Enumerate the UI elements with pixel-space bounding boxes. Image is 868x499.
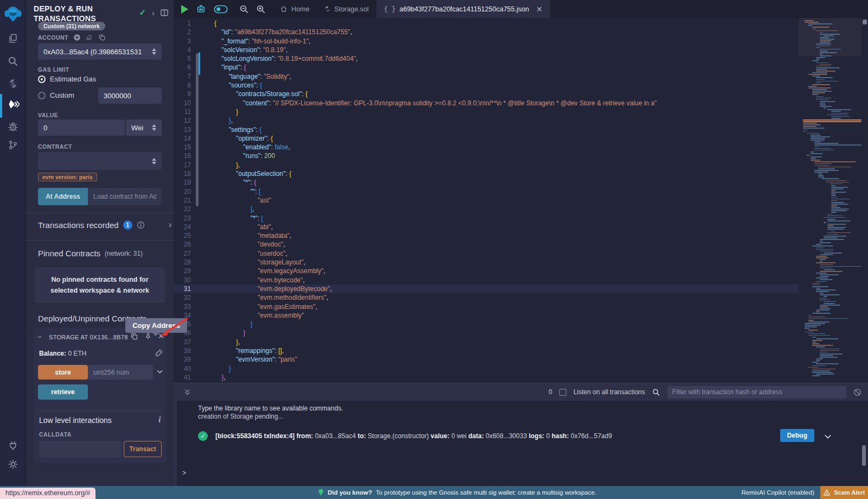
run-script-icon[interactable] xyxy=(181,5,188,14)
terminal-output[interactable]: Type the library name to see available c… xyxy=(174,401,868,487)
code-line[interactable]: 3 "_format": "hh-sol-build-info-1", xyxy=(174,37,799,46)
scam-alert-button[interactable]: Scam Alert xyxy=(820,486,868,499)
code-line[interactable]: 36 } xyxy=(174,329,799,337)
expand-transactions-icon[interactable]: › xyxy=(169,219,172,230)
code-line[interactable]: 7 "language": "Solidity", xyxy=(174,72,799,81)
at-address-button[interactable]: At Address xyxy=(38,188,88,205)
add-account-icon[interactable] xyxy=(73,34,81,41)
remix-logo[interactable] xyxy=(0,3,26,24)
tab-build-info-json[interactable]: { } a69b43f277ba20fcac141151250ca755.jso… xyxy=(376,0,550,18)
store-arg-input[interactable] xyxy=(88,365,153,380)
code-line[interactable]: 16 "runs": 200 xyxy=(174,151,799,160)
copilot-toggle[interactable] xyxy=(214,5,228,14)
code-line[interactable]: 20 "": [ xyxy=(174,187,799,196)
file-explorer-icon[interactable] xyxy=(0,30,26,47)
panel-scrollbar[interactable] xyxy=(196,53,199,206)
code-line[interactable]: 21 "ast" xyxy=(174,196,799,205)
close-tab-icon[interactable]: ✕ xyxy=(536,5,542,14)
code-line[interactable]: 17 }, xyxy=(174,161,799,169)
code-line[interactable]: 27 "userdoc", xyxy=(174,249,799,258)
custom-gas-option[interactable]: Custom xyxy=(38,91,74,99)
value-unit-select[interactable]: Wei xyxy=(126,119,162,136)
code-line[interactable]: 23 "*": [ xyxy=(174,214,799,223)
account-select[interactable]: 0xA03...85ac4 (0.39866531531 xyxy=(38,43,162,60)
code-line[interactable]: 41 }, xyxy=(174,373,799,382)
search-icon[interactable] xyxy=(0,53,26,70)
zoom-in-icon[interactable] xyxy=(256,4,266,14)
clear-console-icon[interactable] xyxy=(853,388,861,396)
code-line[interactable]: 5 "solcLongVersion": "0.8.19+commit.7dd6… xyxy=(174,54,799,63)
edit-balance-icon[interactable] xyxy=(155,349,163,357)
pin-contract-icon[interactable] xyxy=(144,332,152,340)
code-line[interactable]: 14 "optimizer": { xyxy=(174,134,799,143)
transactions-recorded-row[interactable]: Transactions recorded 1 › xyxy=(38,219,171,230)
code-line[interactable]: 32 "evm.methodIdentifiers", xyxy=(174,293,799,302)
transact-button[interactable]: Transact xyxy=(124,441,162,457)
ai-assistant-icon[interactable] xyxy=(195,4,207,15)
code-line[interactable]: 30 "evm.bytecode", xyxy=(174,276,799,285)
debugger-icon[interactable] xyxy=(0,118,26,135)
code-line[interactable]: 6 "input": { xyxy=(174,63,799,72)
code-line[interactable]: 19 "*": { xyxy=(174,178,799,187)
code-line[interactable]: 31 "evm.deployedBytecode", xyxy=(174,285,799,293)
code-line[interactable]: 26 "devdoc", xyxy=(174,240,799,249)
custom-gas-input[interactable] xyxy=(98,87,162,104)
code-line[interactable]: 10 "content": "// SPDX-License-Identifie… xyxy=(174,99,799,108)
code-line[interactable]: 24 "abi", xyxy=(174,223,799,231)
debug-button[interactable]: Debug xyxy=(780,429,814,442)
collapse-panel-icon[interactable]: › xyxy=(152,8,155,17)
code-line[interactable]: 35 ] xyxy=(174,320,799,329)
calldata-input[interactable] xyxy=(39,441,122,457)
code-line[interactable]: 1{ xyxy=(174,19,799,28)
info-icon[interactable] xyxy=(137,221,145,229)
transaction-log-row[interactable]: ✓ [block:5583405 txIndex:4] from: 0xa03.… xyxy=(198,431,849,441)
code-line[interactable]: 8 "sources": { xyxy=(174,81,799,90)
code-line[interactable]: 40 } xyxy=(174,364,799,373)
pin-panel-icon[interactable] xyxy=(161,9,168,16)
estimated-gas-radio[interactable] xyxy=(38,75,46,83)
copy-address-icon[interactable] xyxy=(130,332,138,340)
code-line[interactable]: 28 "storageLayout", xyxy=(174,258,799,267)
retrieve-button[interactable]: retrieve xyxy=(38,384,88,400)
listen-all-checkbox[interactable] xyxy=(559,389,566,396)
settings-icon[interactable] xyxy=(0,456,26,472)
value-input[interactable] xyxy=(38,119,125,136)
terminal-filter-input[interactable] xyxy=(667,386,846,399)
code-line[interactable]: 15 "enabled": false, xyxy=(174,143,799,151)
code-line[interactable]: 25 "metadata", xyxy=(174,231,799,240)
code-line[interactable]: 11 } xyxy=(174,108,799,116)
terminal-scrollbar-thumb[interactable] xyxy=(862,445,866,466)
custom-gas-radio[interactable] xyxy=(38,92,46,99)
expand-tx-icon[interactable] xyxy=(824,432,832,441)
code-line[interactable]: 12 }, xyxy=(174,116,799,125)
zoom-out-icon[interactable] xyxy=(239,4,249,14)
code-line[interactable]: 38 "remappings": [], xyxy=(174,346,799,355)
editor-scrollbar-thumb[interactable] xyxy=(863,20,867,24)
tab-home[interactable]: Home xyxy=(272,0,317,18)
code-line[interactable]: 34 "evm.assembly" xyxy=(174,311,799,320)
tab-storage-sol[interactable]: Storage.sol xyxy=(317,0,376,18)
collapse-instance-icon[interactable]: › xyxy=(36,336,45,338)
code-line[interactable]: 13 "settings": { xyxy=(174,125,799,134)
copilot-status[interactable]: RemixAI Copilot (enabled) xyxy=(742,486,814,499)
code-line[interactable]: 4 "solcVersion": "0.8.19", xyxy=(174,46,799,54)
code-line[interactable]: 18 "outputSelection": { xyxy=(174,169,799,178)
code-line[interactable]: 2 "id": "a69b43f277ba20fcac141151250ca75… xyxy=(174,28,799,36)
expand-terminal-icon[interactable] xyxy=(183,388,192,396)
code-editor[interactable]: 1{2 "id": "a69b43f277ba20fcac141151250ca… xyxy=(174,18,868,383)
sign-message-icon[interactable] xyxy=(86,34,93,41)
plugin-manager-icon[interactable] xyxy=(0,438,26,454)
editor-minimap[interactable] xyxy=(799,18,861,383)
source-control-icon[interactable] xyxy=(0,137,26,153)
copy-account-icon[interactable] xyxy=(98,34,106,41)
code-line[interactable]: 39 "evmVersion": "paris" xyxy=(174,355,799,364)
estimated-gas-option[interactable]: Estimated Gas xyxy=(38,75,96,83)
low-level-info-icon[interactable]: i xyxy=(158,415,161,425)
contract-select[interactable] xyxy=(38,152,162,170)
panel-resize-handle[interactable] xyxy=(199,52,200,75)
code-line[interactable]: 29 "evm.legacyAssembly", xyxy=(174,267,799,275)
code-line[interactable]: 22 ], xyxy=(174,205,799,213)
solidity-compiler-icon[interactable] xyxy=(0,75,26,92)
at-address-input[interactable] xyxy=(88,188,162,205)
deploy-and-run-icon[interactable] xyxy=(0,97,26,113)
